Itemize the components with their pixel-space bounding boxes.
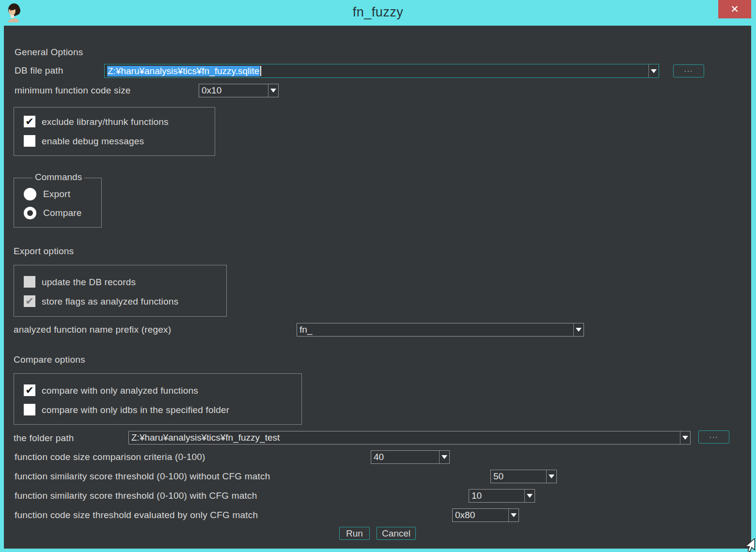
criteria-3-dropdown-button[interactable] [508,509,519,521]
checkmark-icon: ✔ [25,116,34,127]
enable-debug-label[interactable]: enable debug messages [42,136,144,147]
compare-analyzed-label[interactable]: compare with only analyzed functions [42,385,198,396]
compare-radio-label[interactable]: Compare [43,208,82,218]
db-path-browse-button[interactable]: ... [673,64,704,77]
chevron-down-icon [270,89,276,92]
mouse-cursor [741,538,756,552]
prefix-combobox[interactable]: fn_ [297,323,584,337]
cancel-button[interactable]: Cancel [377,527,416,540]
prefix-value[interactable]: fn_ [297,323,573,336]
min-function-size-dropdown[interactable]: 0x10 [199,84,279,97]
db-file-path-label: DB file path [15,65,63,76]
export-radio[interactable] [24,188,36,200]
min-size-dropdown-button[interactable] [268,84,278,97]
compare-idbs-label[interactable]: compare with only idbs in the specified … [42,405,229,415]
chevron-down-icon [651,69,657,73]
criteria-0-dropdown-button[interactable] [439,451,449,463]
db-file-path-dropdown-button[interactable] [648,64,659,77]
criteria-1-value: 50 [491,470,546,483]
commands-group: Commands Export Compare [14,178,102,228]
commands-legend: Commands [32,172,84,183]
chevron-down-icon [441,455,447,459]
folder-path-label: the folder path [14,433,74,444]
criteria-0-value: 40 [371,451,439,463]
criteria-1-label: function similarity score threshold (0-1… [15,471,270,482]
db-file-path-value[interactable]: Z:¥haru¥analysis¥tics¥fn_fuzzy.sqlite [107,66,260,77]
folder-browse-button[interactable]: ... [698,430,729,444]
criteria-0-dropdown[interactable]: 40 [371,450,450,464]
exclude-library-label[interactable]: exclude library/thunk functions [42,117,169,127]
criteria-2-value: 10 [469,490,524,502]
prefix-label: analyzed function name prefix (regex) [14,324,171,335]
update-db-records-label[interactable]: update the DB records [42,277,136,288]
min-function-size-label: minimum function code size [15,85,131,96]
checkmark-icon: ✔ [25,384,34,396]
chevron-down-icon [682,436,688,440]
export-options-group: ✔ update the DB records ✔ store flags as… [14,265,227,317]
prefix-dropdown-button[interactable] [573,323,583,336]
export-options-heading: Export options [14,246,74,257]
general-options-heading: General Options [15,47,83,58]
close-button[interactable]: ✕ [718,0,751,18]
criteria-0-label: function code size comparison criteria (… [15,452,205,462]
exclude-library-checkbox[interactable]: ✔ [24,116,35,127]
title-bar[interactable]: fn_fuzzy ✕ [0,0,756,26]
enable-debug-checkbox[interactable]: ✔ [24,135,35,147]
criteria-3-label: function code size threshold evaluated b… [15,510,258,521]
chevron-down-icon [511,513,517,517]
folder-path-value[interactable]: Z:¥haru¥analysis¥tics¥fn_fuzzy_test [129,431,680,444]
criteria-3-dropdown[interactable]: 0x80 [452,508,519,522]
criteria-2-dropdown[interactable]: 10 [469,489,535,503]
criteria-1-dropdown-button[interactable] [546,470,556,483]
store-flags-checkbox[interactable]: ✔ [24,295,35,307]
folder-path-dropdown-button[interactable] [680,431,690,444]
criteria-2-dropdown-button[interactable] [524,490,535,502]
compare-idbs-checkbox[interactable]: ✔ [24,404,35,415]
run-button[interactable]: Run [339,527,370,540]
criteria-2-label: function similarity score threshold (0-1… [15,491,257,501]
export-radio-label[interactable]: Export [43,189,70,199]
store-flags-label[interactable]: store flags as analyzed functions [42,296,178,307]
update-db-records-checkbox[interactable]: ✔ [24,276,35,288]
text-caret [260,66,261,76]
criteria-1-dropdown[interactable]: 50 [490,470,557,483]
folder-path-combobox[interactable]: Z:¥haru¥analysis¥tics¥fn_fuzzy_test [128,431,691,445]
compare-options-group: ✔ compare with only analyzed functions ✔… [14,373,302,425]
db-file-path-combobox[interactable]: Z:¥haru¥analysis¥tics¥fn_fuzzy.sqlite [104,64,659,78]
window-title: fn_fuzzy [0,5,756,20]
chevron-down-icon [549,475,554,478]
dialog-content: General Options DB file path Z:¥haru¥ana… [4,26,751,549]
compare-analyzed-checkbox[interactable]: ✔ [24,384,35,396]
compare-radio[interactable] [24,207,36,219]
checkmark-icon: ✔ [25,295,34,307]
dialog-window: fn_fuzzy ✕ General Options DB file path … [0,0,756,552]
chevron-down-icon [576,328,582,332]
compare-options-heading: Compare options [14,354,85,365]
criteria-3-value: 0x80 [453,509,508,521]
close-icon: ✕ [730,3,739,15]
general-checkbox-group: ✔ exclude library/thunk functions ✔ enab… [14,107,215,156]
chevron-down-icon [527,494,533,498]
min-function-size-value: 0x10 [199,84,268,97]
